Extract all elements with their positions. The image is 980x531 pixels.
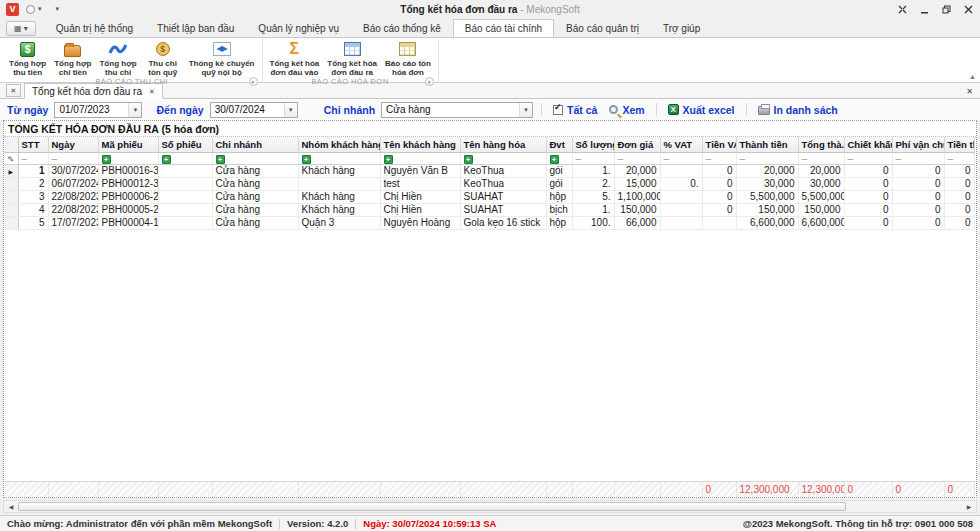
auto-filter-cell[interactable]: + bbox=[98, 152, 158, 164]
table-cell[interactable]: 6,600,000 bbox=[736, 216, 798, 229]
table-cell[interactable]: 100. bbox=[572, 216, 614, 229]
table-cell[interactable] bbox=[158, 190, 212, 203]
quick-access-dropdown-icon[interactable]: ▾ bbox=[38, 5, 42, 13]
auto-filter-cell[interactable]: + bbox=[158, 152, 212, 164]
table-cell[interactable]: 0 bbox=[844, 177, 892, 190]
column-header[interactable]: Chiết khấu toa bbox=[844, 137, 892, 152]
app-menu-button[interactable]: ▦ ▾ bbox=[6, 21, 36, 36]
table-cell[interactable]: Cửa hàng bbox=[212, 216, 298, 229]
table-cell[interactable]: 0 bbox=[702, 190, 736, 203]
table-cell[interactable]: Chị Hiền bbox=[380, 190, 460, 203]
filter-condition-icon[interactable]: + bbox=[162, 155, 171, 164]
ribbon-tab-6[interactable]: Báo cáo quản trị bbox=[554, 19, 651, 37]
column-header[interactable]: Tổng thà... bbox=[798, 137, 844, 152]
checkbox-checked-icon[interactable]: ✓ bbox=[553, 105, 563, 115]
column-header[interactable]: % VAT bbox=[660, 137, 702, 152]
chevron-down-icon[interactable]: ▼ bbox=[519, 103, 532, 117]
table-cell[interactable]: Cửa hàng bbox=[212, 190, 298, 203]
table-cell[interactable] bbox=[158, 177, 212, 190]
table-cell[interactable]: 150,000 bbox=[736, 203, 798, 216]
ribbon-tab-1[interactable]: Quản trị hệ thống bbox=[44, 19, 145, 37]
column-header[interactable]: Đvt bbox=[546, 137, 572, 152]
table-cell[interactable] bbox=[660, 203, 702, 216]
scrollbar-thumb[interactable] bbox=[18, 502, 846, 511]
table-cell[interactable]: KeoThua bbox=[460, 164, 546, 177]
table-cell[interactable]: 30,000 bbox=[798, 177, 844, 190]
table-cell[interactable]: gói bbox=[546, 177, 572, 190]
table-cell[interactable] bbox=[158, 216, 212, 229]
table-cell[interactable] bbox=[702, 216, 736, 229]
table-cell[interactable]: 0 bbox=[944, 177, 974, 190]
column-header[interactable]: Đơn giá bbox=[614, 137, 660, 152]
grid-body[interactable]: STTNgàyMã phiếuSố phiếuChi nhánhNhóm khá… bbox=[4, 137, 976, 481]
qat-customize-icon[interactable]: ▾ bbox=[56, 5, 60, 13]
column-header[interactable]: STT bbox=[18, 137, 48, 152]
table-cell[interactable]: 1,100,000 bbox=[614, 190, 660, 203]
auto-filter-cell[interactable]: + bbox=[212, 152, 298, 164]
auto-filter-cell[interactable]: + bbox=[460, 152, 546, 164]
table-cell[interactable]: 22/08/2023 bbox=[48, 203, 98, 216]
table-cell[interactable]: 5,500,000 bbox=[736, 190, 798, 203]
ribbon-tab-5[interactable]: Báo cáo tài chính bbox=[453, 19, 554, 38]
table-cell[interactable]: PBH00005-220... bbox=[98, 203, 158, 216]
filter-condition-icon[interactable]: + bbox=[102, 155, 111, 164]
table-cell[interactable]: PBH00006-220... bbox=[98, 190, 158, 203]
table-cell[interactable]: 20,000 bbox=[736, 164, 798, 177]
chevron-down-icon[interactable]: ▼ bbox=[128, 103, 141, 117]
table-cell[interactable]: Cửa hàng bbox=[212, 177, 298, 190]
ribbon-tab-3[interactable]: Quản lý nghiệp vụ bbox=[246, 19, 351, 37]
column-header[interactable]: Số lượng bbox=[572, 137, 614, 152]
table-cell[interactable]: 0 bbox=[944, 190, 974, 203]
ribbon-tab-7[interactable]: Trợ giúp bbox=[651, 19, 712, 37]
ribbon-button[interactable]: Tổng hợp chi tiền bbox=[50, 39, 95, 77]
table-cell[interactable]: PBH00016-300... bbox=[98, 164, 158, 177]
column-header[interactable]: Mã phiếu bbox=[98, 137, 158, 152]
app-logo-icon[interactable]: V bbox=[6, 3, 19, 16]
auto-filter-cell[interactable]: – bbox=[844, 152, 892, 164]
table-cell[interactable]: 30/07/2024 bbox=[48, 164, 98, 177]
table-cell[interactable]: PBH00012-300... bbox=[98, 177, 158, 190]
table-row[interactable]: ▶130/07/2024PBH00016-300...Cửa hàngKhách… bbox=[4, 164, 974, 177]
ribbon-button[interactable]: Báo cáo tồn hóa đơn bbox=[381, 39, 435, 77]
table-cell[interactable]: 30,000 bbox=[736, 177, 798, 190]
table-cell[interactable]: 5,500,000 bbox=[798, 190, 844, 203]
column-header[interactable]: Số phiếu bbox=[158, 137, 212, 152]
table-cell[interactable]: test bbox=[380, 177, 460, 190]
table-cell[interactable]: Khách hàng bbox=[298, 203, 380, 216]
column-header[interactable]: Tên hàng hóa bbox=[460, 137, 546, 152]
export-excel-button[interactable]: X Xuất excel bbox=[665, 104, 738, 116]
auto-filter-cell[interactable]: – bbox=[736, 152, 798, 164]
table-cell[interactable]: 20,000 bbox=[798, 164, 844, 177]
column-header[interactable]: Phí vận chuyển bbox=[892, 137, 944, 152]
column-header[interactable]: Tiền VAT bbox=[702, 137, 736, 152]
chevron-down-icon[interactable]: ▼ bbox=[284, 103, 297, 117]
table-cell[interactable] bbox=[660, 190, 702, 203]
table-cell[interactable]: 0 bbox=[702, 164, 736, 177]
auto-filter-cell[interactable]: – bbox=[660, 152, 702, 164]
fit-window-icon[interactable] bbox=[896, 4, 908, 15]
auto-filter-cell[interactable]: – bbox=[572, 152, 614, 164]
table-cell[interactable]: 17/07/2023 bbox=[48, 216, 98, 229]
table-cell[interactable]: 1 bbox=[18, 164, 48, 177]
table-cell[interactable]: 0 bbox=[892, 203, 944, 216]
ribbon-button[interactable]: ΣTổng kết hóa đơn đầu vào bbox=[266, 39, 324, 77]
table-cell[interactable]: 0 bbox=[702, 203, 736, 216]
column-header[interactable]: Nhóm khách hàng bbox=[298, 137, 380, 152]
table-cell[interactable]: 0 bbox=[892, 216, 944, 229]
table-cell[interactable]: 22/08/2023 bbox=[48, 190, 98, 203]
auto-filter-cell[interactable]: – bbox=[944, 152, 974, 164]
ribbon-button[interactable]: ◀▶Thống kê chuyển quỹ nội bộ bbox=[185, 39, 259, 77]
ribbon-button[interactable]: $Tổng hợp thu tiền bbox=[5, 39, 50, 77]
table-cell[interactable]: 66,000 bbox=[614, 216, 660, 229]
table-cell[interactable]: 1. bbox=[572, 164, 614, 177]
table-cell[interactable]: SUAHAT bbox=[460, 203, 546, 216]
table-cell[interactable]: 1. bbox=[572, 203, 614, 216]
table-cell[interactable]: 5. bbox=[572, 190, 614, 203]
table-cell[interactable] bbox=[298, 177, 380, 190]
filter-condition-icon[interactable]: + bbox=[464, 155, 473, 164]
table-cell[interactable]: hộp bbox=[546, 216, 572, 229]
print-list-button[interactable]: In danh sách bbox=[755, 104, 841, 116]
table-cell[interactable]: Nguyễn Văn B bbox=[380, 164, 460, 177]
table-cell[interactable]: Quận 3 bbox=[298, 216, 380, 229]
table-cell[interactable]: 0 bbox=[844, 216, 892, 229]
